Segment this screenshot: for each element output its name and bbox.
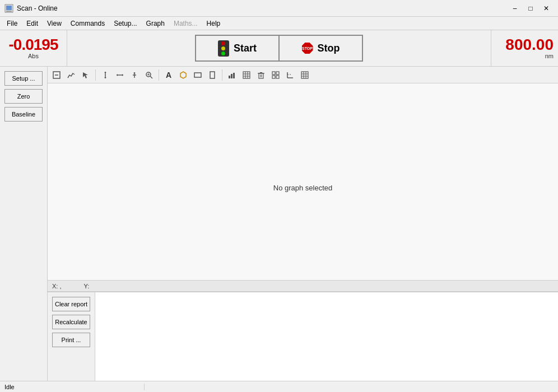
svg-rect-20 [194, 73, 201, 77]
svg-marker-10 [117, 74, 118, 76]
clear-report-button[interactable]: Clear report [52, 297, 90, 311]
svg-marker-19 [180, 72, 186, 78]
wavelength-unit: nm [545, 53, 554, 59]
menu-view[interactable]: View [43, 17, 66, 30]
status-text: Idle [4, 384, 145, 390]
svg-rect-42 [301, 72, 308, 78]
stop-label: Stop [318, 43, 340, 54]
svg-rect-22 [229, 76, 230, 78]
report-sidebar: Clear report Recalculate Print ... [48, 292, 95, 381]
readout-unit: Abs [28, 53, 39, 59]
toolbar-zoom[interactable] [142, 68, 156, 82]
start-stop-panel: Start STOP Stop [67, 30, 491, 66]
minimize-button[interactable]: – [508, 3, 522, 14]
coords-y: Y: [84, 283, 90, 290]
svg-rect-36 [276, 72, 279, 74]
recalculate-button[interactable]: Recalculate [52, 315, 90, 329]
toolbar-rect1[interactable] [191, 68, 204, 82]
sep1 [95, 69, 96, 81]
stop-icon: STOP [302, 43, 313, 54]
svg-rect-25 [243, 72, 250, 78]
wavelength-panel: 800.00 nm [491, 30, 558, 66]
toolbar-table[interactable] [240, 68, 253, 82]
menu-setup[interactable]: Setup... [109, 17, 141, 30]
menu-edit[interactable]: Edit [22, 17, 43, 30]
title-bar: Scan - Online – □ ✕ [0, 0, 558, 17]
graph-area: A [48, 67, 558, 381]
svg-rect-38 [276, 76, 279, 78]
wavelength-value: 800.00 [505, 37, 554, 53]
sep2 [159, 69, 159, 81]
toolbar-delete[interactable] [254, 68, 268, 82]
toolbar-move-vert[interactable] [128, 68, 141, 82]
svg-marker-14 [133, 72, 136, 73]
svg-rect-32 [260, 72, 262, 73]
svg-rect-23 [231, 74, 232, 78]
toolbar-text[interactable]: A [162, 68, 175, 82]
graph-toolbar: A [48, 67, 558, 83]
toolbar-grid2[interactable] [298, 68, 311, 82]
toolbar-hex[interactable] [176, 68, 190, 82]
menu-bar: File Edit View Commands Setup... Graph M… [0, 17, 558, 30]
toolbar-chart[interactable] [225, 68, 239, 82]
print-button[interactable]: Print ... [52, 333, 90, 347]
no-graph-label: No graph selected [273, 183, 333, 192]
menu-commands[interactable]: Commands [66, 17, 109, 30]
tl-yellow-dot [221, 46, 225, 50]
svg-rect-2 [6, 11, 12, 12]
svg-rect-35 [272, 72, 275, 74]
menu-help[interactable]: Help [202, 17, 225, 30]
svg-rect-24 [233, 73, 235, 78]
stop-button[interactable]: STOP Stop [279, 35, 363, 62]
svg-marker-7 [104, 72, 106, 73]
app-icon [4, 4, 13, 13]
readout-panel: -0.0195 Abs [0, 30, 67, 66]
toolbar-move-horiz[interactable] [113, 68, 127, 82]
sidebar: Setup ... Zero Baseline [0, 67, 48, 381]
tl-green-dot [221, 52, 225, 55]
close-button[interactable]: ✕ [539, 3, 554, 14]
svg-rect-37 [272, 76, 275, 78]
traffic-light-icon [218, 40, 229, 57]
menu-file[interactable]: File [2, 17, 22, 30]
svg-rect-1 [6, 6, 12, 10]
content-area: Setup ... Zero Baseline [0, 67, 558, 381]
menu-graph[interactable]: Graph [142, 17, 169, 30]
baseline-button[interactable]: Baseline [4, 107, 43, 122]
svg-marker-8 [104, 77, 106, 78]
toolbar-line[interactable] [64, 68, 78, 82]
header-row: -0.0195 Abs Start STOP Stop 800.00 nm [0, 30, 558, 67]
toolbar-rect2[interactable] [206, 68, 219, 82]
report-content [95, 292, 558, 381]
toolbar-select[interactable] [50, 68, 63, 82]
toolbar-cursor[interactable] [79, 68, 92, 82]
toolbar-move[interactable] [99, 68, 112, 82]
coords-x: X: , [52, 283, 62, 290]
coords-bar: X: , Y: [48, 280, 558, 291]
setup-button[interactable]: Setup ... [4, 71, 43, 86]
title-bar-left: Scan - Online [4, 4, 58, 13]
status-bar: Idle [0, 381, 558, 392]
graph-canvas[interactable]: No graph selected X: , Y: [48, 83, 558, 291]
sep3 [222, 69, 222, 81]
svg-rect-30 [259, 73, 263, 78]
svg-marker-11 [122, 74, 123, 76]
tl-red-dot [221, 41, 225, 45]
title-controls: – □ ✕ [508, 3, 554, 14]
maximize-button[interactable]: □ [523, 3, 538, 14]
readout-value: -0.0195 [9, 37, 58, 53]
start-button[interactable]: Start [195, 35, 279, 62]
svg-marker-5 [83, 72, 88, 78]
report-area: Clear report Recalculate Print ... [48, 291, 558, 381]
menu-maths: Maths... [169, 17, 202, 30]
svg-rect-21 [210, 72, 215, 78]
start-label: Start [234, 43, 257, 54]
title-text: Scan - Online [17, 4, 58, 12]
toolbar-grid[interactable] [269, 68, 282, 82]
toolbar-axis[interactable] [283, 68, 297, 82]
zero-button[interactable]: Zero [4, 89, 43, 104]
svg-line-16 [150, 76, 152, 78]
